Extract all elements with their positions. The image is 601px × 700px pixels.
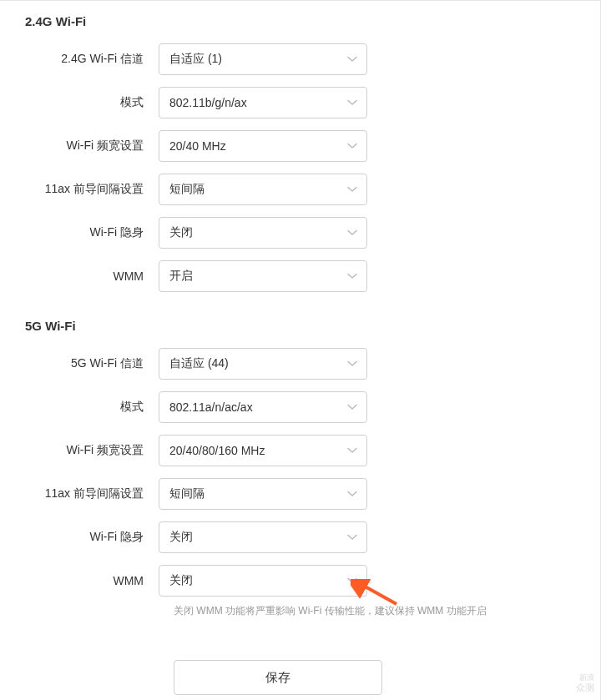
- select-value: 20/40/80/160 MHz: [169, 444, 265, 457]
- select-24g-channel[interactable]: 自适应 (1): [159, 43, 367, 75]
- row-5g-wmm: WMM 关闭: [25, 565, 575, 597]
- select-value: 自适应 (44): [169, 356, 229, 371]
- label-24g-hidden: Wi-Fi 隐身: [25, 225, 159, 240]
- label-24g-channel: 2.4G Wi-Fi 信道: [25, 52, 159, 67]
- select-5g-guard[interactable]: 短间隔: [159, 478, 367, 510]
- wmm-hint-text: 关闭 WMM 功能将严重影响 Wi-Fi 传输性能，建议保持 WMM 功能开启: [174, 603, 575, 618]
- label-5g-bandwidth: Wi-Fi 频宽设置: [25, 443, 159, 458]
- label-24g-guard: 11ax 前导间隔设置: [25, 182, 159, 197]
- label-24g-mode: 模式: [25, 95, 159, 110]
- select-value: 开启: [169, 269, 193, 284]
- select-24g-mode[interactable]: 802.11b/g/n/ax: [159, 87, 367, 118]
- label-5g-guard: 11ax 前导间隔设置: [25, 486, 159, 501]
- select-value: 自适应 (1): [169, 52, 222, 67]
- select-value: 短间隔: [169, 486, 205, 501]
- label-5g-hidden: Wi-Fi 隐身: [25, 530, 159, 545]
- label-5g-mode: 模式: [25, 400, 159, 415]
- label-5g-channel: 5G Wi-Fi 信道: [25, 356, 159, 371]
- select-value: 短间隔: [169, 182, 205, 197]
- row-24g-guard: 11ax 前导间隔设置 短间隔: [25, 174, 575, 205]
- select-value: 关闭: [169, 225, 193, 240]
- select-24g-guard[interactable]: 短间隔: [159, 174, 367, 205]
- save-button[interactable]: 保存: [174, 660, 382, 695]
- row-5g-bandwidth: Wi-Fi 频宽设置 20/40/80/160 MHz: [25, 435, 575, 466]
- section-title-24g: 2.4G Wi-Fi: [25, 14, 575, 28]
- row-24g-wmm: WMM 开启: [25, 260, 575, 292]
- select-24g-hidden[interactable]: 关闭: [159, 217, 367, 249]
- select-5g-bandwidth[interactable]: 20/40/80/160 MHz: [159, 435, 367, 466]
- select-value: 20/40 MHz: [169, 139, 226, 153]
- select-value: 802.11a/n/ac/ax: [169, 400, 253, 414]
- select-value: 关闭: [169, 573, 193, 588]
- row-5g-hidden: Wi-Fi 隐身 关闭: [25, 521, 575, 553]
- row-24g-channel: 2.4G Wi-Fi 信道 自适应 (1): [25, 43, 575, 75]
- row-5g-channel: 5G Wi-Fi 信道 自适应 (44): [25, 348, 575, 380]
- button-row: 保存: [174, 660, 575, 695]
- select-24g-bandwidth[interactable]: 20/40 MHz: [159, 130, 367, 162]
- select-5g-channel[interactable]: 自适应 (44): [159, 348, 367, 380]
- row-5g-mode: 模式 802.11a/n/ac/ax: [25, 391, 575, 423]
- save-button-label: 保存: [265, 670, 290, 686]
- label-24g-wmm: WMM: [25, 269, 159, 283]
- watermark-line2: 众测: [576, 682, 594, 693]
- settings-panel: 2.4G Wi-Fi 2.4G Wi-Fi 信道 自适应 (1) 模式 802.…: [0, 0, 601, 700]
- row-24g-mode: 模式 802.11b/g/n/ax: [25, 87, 575, 118]
- label-24g-bandwidth: Wi-Fi 频宽设置: [25, 138, 159, 154]
- select-value: 关闭: [169, 530, 193, 545]
- label-5g-wmm: WMM: [25, 574, 159, 587]
- section-title-5g: 5G Wi-Fi: [25, 319, 575, 333]
- row-24g-bandwidth: Wi-Fi 频宽设置 20/40 MHz: [25, 130, 575, 162]
- row-5g-guard: 11ax 前导间隔设置 短间隔: [25, 478, 575, 510]
- select-value: 802.11b/g/n/ax: [169, 96, 247, 109]
- select-24g-wmm[interactable]: 开启: [159, 260, 367, 292]
- watermark: 新浪 众测: [576, 673, 594, 693]
- row-24g-hidden: Wi-Fi 隐身 关闭: [25, 217, 575, 249]
- select-5g-mode[interactable]: 802.11a/n/ac/ax: [159, 391, 367, 423]
- select-5g-hidden[interactable]: 关闭: [159, 521, 367, 553]
- select-5g-wmm[interactable]: 关闭: [159, 565, 367, 597]
- watermark-line1: 新浪: [576, 673, 594, 682]
